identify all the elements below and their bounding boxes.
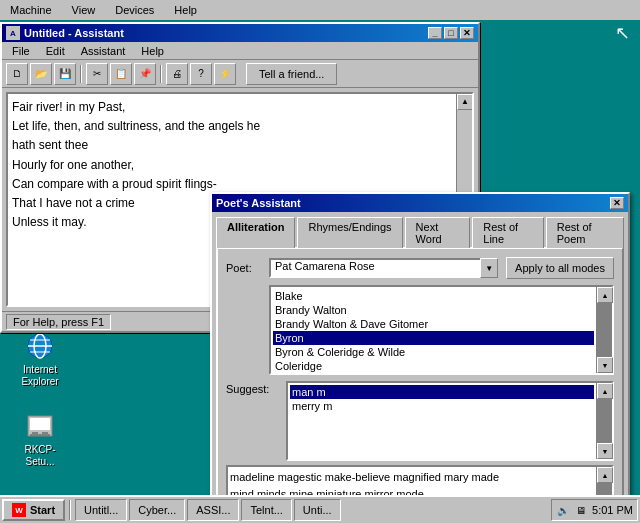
save-btn[interactable]: 💾: [54, 63, 76, 85]
main-title-bar[interactable]: A Untitled - Assistant _ □ ✕: [2, 24, 478, 42]
tab-next-word[interactable]: Next Word: [405, 217, 471, 248]
app-icon: A: [6, 26, 20, 40]
start-button[interactable]: W Start: [2, 499, 65, 521]
apply-all-modes-button[interactable]: Apply to all modes: [506, 257, 614, 279]
dropdown-scroll-up[interactable]: ▲: [597, 287, 613, 303]
main-window-title: Untitled - Assistant: [24, 27, 124, 39]
taskbar: W Start Untitl... Cyber... ASSI... Telnt…: [0, 495, 640, 523]
taskbar-item-unti2-label: Unti...: [303, 504, 332, 516]
suggest-list-inner: man m merry m: [288, 383, 596, 459]
menu-assistant[interactable]: Assistant: [75, 44, 132, 58]
text-line-2: Let life, then, and sultriness, and the …: [12, 117, 450, 136]
toolbar-sep2: [160, 65, 162, 83]
tell-friend-button[interactable]: Tell a friend...: [246, 63, 337, 85]
paste-btn[interactable]: 📌: [134, 63, 156, 85]
dropdown-vscroll: ▲ ▼: [596, 287, 612, 373]
matches-line-1: madeline magestic make-believe magnified…: [230, 469, 594, 486]
poet-row: Poet: Pat Camarena Rose ▼ Apply to all m…: [226, 257, 614, 279]
scroll-up-btn[interactable]: ▲: [457, 94, 473, 110]
dialog-tabs: Alliteration Rhymes/Endings Next Word Re…: [212, 212, 628, 247]
taskbar-item-unti2[interactable]: Unti...: [294, 499, 341, 521]
spacer: [226, 285, 261, 375]
poet-select[interactable]: Pat Camarena Rose: [269, 258, 498, 278]
tray-network-icon: 🖥: [574, 503, 588, 517]
poet-option-coleridge[interactable]: Coleridge: [273, 359, 594, 373]
open-btn[interactable]: 📂: [30, 63, 52, 85]
menu-file[interactable]: File: [6, 44, 36, 58]
suggest-vscroll: ▲ ▼: [596, 383, 612, 459]
svg-rect-9: [30, 434, 50, 436]
window-menubar: File Edit Assistant Help: [2, 42, 478, 60]
select-arrow-icon[interactable]: ▼: [480, 258, 498, 278]
suggest-scroll-up[interactable]: ▲: [597, 383, 613, 399]
extra-btn[interactable]: ⚡: [214, 63, 236, 85]
status-text: For Help, press F1: [6, 314, 111, 330]
suggest-row: Suggest: man m merry m ▲ ▼: [226, 381, 614, 461]
new-btn[interactable]: 🗋: [6, 63, 28, 85]
poet-label: Poet:: [226, 262, 261, 274]
title-bar-left: A Untitled - Assistant: [6, 26, 124, 40]
ie-label: InternetExplorer: [21, 364, 58, 388]
print-btn[interactable]: 🖨: [166, 63, 188, 85]
text-line-4: Hourly for one another,: [12, 156, 450, 175]
menu-help[interactable]: Help: [168, 2, 203, 18]
menu-edit[interactable]: Edit: [40, 44, 71, 58]
poet-dropdown-list: Blake Brandy Walton Brandy Walton & Dave…: [269, 285, 614, 375]
tab-alliteration[interactable]: Alliteration: [216, 217, 295, 248]
suggest-item-man[interactable]: man m: [290, 385, 594, 399]
taskbar-clock: 5:01 PM: [592, 504, 633, 516]
poet-option-brandy[interactable]: Brandy Walton: [273, 303, 594, 317]
dialog-title-bar[interactable]: Poet's Assistant ✕: [212, 194, 628, 212]
tab-rhymes-endings[interactable]: Rhymes/Endings: [297, 217, 402, 248]
toolbar: 🗋 📂 💾 ✂ 📋 📌 🖨 ? ⚡ Tell a friend...: [2, 60, 478, 88]
menu-help-win[interactable]: Help: [135, 44, 170, 58]
start-label: Start: [30, 504, 55, 516]
copy-btn[interactable]: 📋: [110, 63, 132, 85]
taskbar-item-assi-label: ASSI...: [196, 504, 230, 516]
mouse-cursor: ↖: [615, 22, 630, 44]
close-button[interactable]: ✕: [460, 27, 474, 39]
desktop-icon-rkcp[interactable]: RKCP-Setu...: [10, 410, 70, 468]
dialog-title-text: Poet's Assistant: [216, 197, 301, 209]
taskbar-item-telnt[interactable]: Telnt...: [241, 499, 291, 521]
taskbar-item-cyber-label: Cyber...: [138, 504, 176, 516]
dropdown-scroll-track: [597, 303, 612, 357]
tab-rest-of-line[interactable]: Rest of Line: [472, 217, 544, 248]
tab-rest-of-poem[interactable]: Rest of Poem: [546, 217, 624, 248]
svg-rect-6: [30, 418, 50, 430]
poet-option-byron-col[interactable]: Byron & Coleridge & Wilde: [273, 345, 594, 359]
taskbar-item-telnt-label: Telnt...: [250, 504, 282, 516]
dialog-close-button[interactable]: ✕: [610, 197, 624, 209]
desktop-icon-ie[interactable]: InternetExplorer: [10, 330, 70, 388]
taskbar-item-cyber[interactable]: Cyber...: [129, 499, 185, 521]
poets-assistant-dialog: Poet's Assistant ✕ Alliteration Rhymes/E…: [210, 192, 630, 523]
poet-option-brandy-dave[interactable]: Brandy Walton & Dave Gitomer: [273, 317, 594, 331]
matches-scroll-up[interactable]: ▲: [597, 467, 613, 483]
menu-machine[interactable]: Machine: [4, 2, 58, 18]
rkcp-label: RKCP-Setu...: [10, 444, 70, 468]
toolbar-sep1: [80, 65, 82, 83]
menu-devices[interactable]: Devices: [109, 2, 160, 18]
suggest-scroll-down[interactable]: ▼: [597, 443, 613, 459]
taskbar-item-untitl-label: Untitl...: [84, 504, 118, 516]
menu-view[interactable]: View: [66, 2, 102, 18]
poet-option-blake[interactable]: Blake: [273, 289, 594, 303]
minimize-button[interactable]: _: [428, 27, 442, 39]
start-icon: W: [12, 503, 26, 517]
dropdown-area: Blake Brandy Walton Brandy Walton & Dave…: [226, 285, 614, 375]
tray-volume-icon: 🔊: [556, 503, 570, 517]
help-btn[interactable]: ?: [190, 63, 212, 85]
dialog-content: Poet: Pat Camarena Rose ▼ Apply to all m…: [216, 247, 624, 523]
dropdown-scroll-down[interactable]: ▼: [597, 357, 613, 373]
taskbar-item-untitl[interactable]: Untitl...: [75, 499, 127, 521]
rkcp-icon: [24, 410, 56, 442]
maximize-button[interactable]: □: [444, 27, 458, 39]
title-buttons: _ □ ✕: [428, 27, 474, 39]
poet-option-byron[interactable]: Byron: [273, 331, 594, 345]
text-line-1: Fair river! in my Past,: [12, 98, 450, 117]
cut-btn[interactable]: ✂: [86, 63, 108, 85]
desktop-menubar: Machine View Devices Help: [0, 0, 640, 20]
taskbar-item-assi[interactable]: ASSI...: [187, 499, 239, 521]
taskbar-sep: [69, 500, 71, 520]
suggest-item-merry[interactable]: merry m: [290, 399, 594, 413]
